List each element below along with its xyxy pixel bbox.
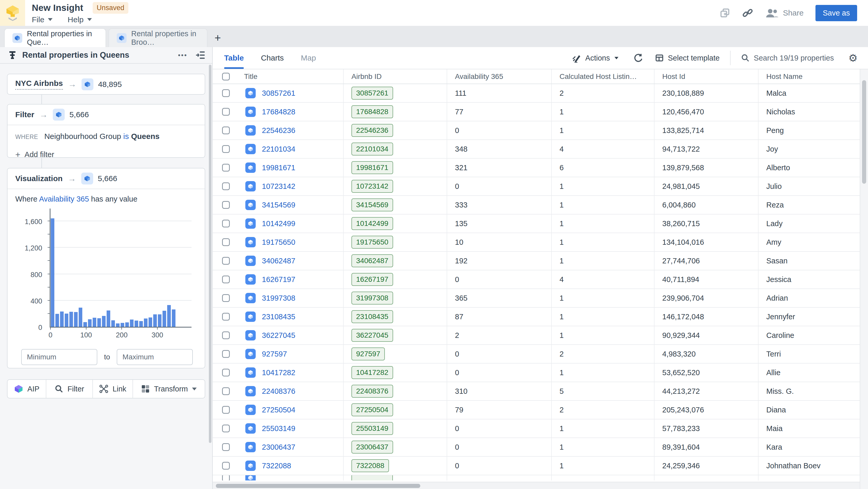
histogram-bar[interactable]: [139, 321, 143, 327]
title-link[interactable]: 34154569: [262, 201, 295, 209]
title-link[interactable]: 31997308: [262, 294, 295, 302]
title-link[interactable]: 25503149: [262, 424, 295, 433]
histogram-bar[interactable]: [88, 319, 92, 327]
row-checkbox[interactable]: [222, 443, 230, 451]
row-checkbox[interactable]: [222, 183, 230, 190]
histogram-bar[interactable]: [162, 311, 166, 327]
table-row[interactable]: 34062487 34062487 192 1 27,744,706 Sasan: [213, 252, 860, 270]
histogram-bar[interactable]: [83, 322, 87, 327]
refresh-button[interactable]: [633, 53, 643, 63]
filter-node-card[interactable]: Filter → 5,666 WHERE Neighbourhood Group…: [7, 104, 205, 158]
histogram-bar[interactable]: [153, 314, 157, 327]
column-header-availability[interactable]: Availability 365: [447, 69, 552, 84]
title-link[interactable]: 10723142: [262, 182, 295, 191]
row-checkbox[interactable]: [222, 350, 230, 358]
collapse-panel-icon[interactable]: [196, 51, 205, 60]
row-checkbox[interactable]: [222, 331, 230, 339]
histogram-bar[interactable]: [167, 305, 171, 327]
table-row[interactable]: 10723142 10723142 0 1 24,981,045 Julio: [213, 177, 860, 196]
title-link[interactable]: 22101034: [262, 145, 295, 154]
title-link[interactable]: 10417282: [262, 368, 295, 377]
table-row[interactable]: 10142499 10142499 135 1 38,260,715 Lady: [213, 215, 860, 233]
tab-map[interactable]: Map: [301, 47, 316, 69]
search-properties-button[interactable]: Search 19/19 properties: [741, 54, 834, 62]
title-link[interactable]: 22546236: [262, 126, 295, 135]
row-checkbox[interactable]: [222, 406, 230, 414]
histogram-plot[interactable]: 0100200300: [50, 208, 191, 328]
file-menu[interactable]: File: [32, 15, 53, 24]
tab-charts[interactable]: Charts: [261, 47, 284, 69]
table-row[interactable]: 7322088 7322088 0 1 24,259,346 Johnathan…: [213, 457, 860, 475]
row-checkbox[interactable]: [222, 201, 230, 209]
table-row[interactable]: 22546236 22546236 0 1 133,825,714 Peng: [213, 121, 860, 140]
table-row[interactable]: 927597 927597 0 2 4,983,320 Terri: [213, 345, 860, 363]
row-checkbox[interactable]: [222, 462, 230, 469]
histogram-bar[interactable]: [134, 321, 138, 327]
row-checkbox[interactable]: [222, 425, 230, 432]
row-checkbox[interactable]: [222, 238, 230, 246]
select-template-button[interactable]: Select template: [655, 54, 720, 62]
histogram-bar[interactable]: [111, 320, 115, 327]
row-checkbox[interactable]: [222, 145, 230, 153]
table-row[interactable]: 31997308 31997308 365 1 239,906,704 Adri…: [213, 289, 860, 307]
row-checkbox[interactable]: [222, 89, 230, 97]
duplicate-icon[interactable]: [720, 8, 730, 18]
histogram-bar[interactable]: [130, 320, 133, 327]
histogram-bar[interactable]: [65, 314, 68, 327]
viz-field-link[interactable]: Availability 365: [39, 195, 89, 203]
row-checkbox[interactable]: [222, 313, 230, 321]
visualization-node-card[interactable]: Visualization → 5,666 Where Availability…: [7, 168, 205, 368]
column-header-title[interactable]: Title: [244, 72, 257, 81]
table-row[interactable]: 17684828 17684828 77 1 120,456,470 Nicho…: [213, 103, 860, 121]
title-link[interactable]: 19175650: [262, 238, 295, 247]
new-tab-button[interactable]: +: [215, 33, 221, 43]
row-checkbox[interactable]: [222, 127, 230, 134]
vertical-scrollbar[interactable]: [860, 69, 868, 489]
title-link[interactable]: 16267197: [262, 275, 295, 284]
row-checkbox[interactable]: [222, 257, 230, 265]
histogram-bar[interactable]: [172, 309, 176, 327]
transform-button[interactable]: Transform: [133, 380, 205, 398]
row-checkbox[interactable]: [222, 220, 230, 227]
histogram-bar[interactable]: [55, 314, 59, 327]
viz-node-name[interactable]: Visualization: [15, 174, 63, 183]
table-row[interactable]: 25503149 25503149 0 1 57,783,233 Maia: [213, 419, 860, 438]
table-row[interactable]: 23006437 23006437 0 1 89,391,604 Kara: [213, 438, 860, 457]
vertical-scrollbar-thumb[interactable]: [862, 80, 866, 184]
filter-node-name[interactable]: Filter: [15, 110, 34, 119]
histogram-bar[interactable]: [69, 312, 73, 327]
histogram-bar[interactable]: [116, 323, 120, 327]
table-row[interactable]: 30857261 30857261 111 2 230,108,889 Malc…: [213, 84, 860, 103]
tab-table[interactable]: Table: [224, 47, 244, 69]
save-as-button[interactable]: Save as: [815, 5, 857, 21]
horizontal-scrollbar-thumb[interactable]: [216, 484, 420, 488]
title-link[interactable]: 927597: [262, 350, 287, 358]
help-menu[interactable]: Help: [67, 15, 92, 24]
histogram-bar[interactable]: [79, 307, 82, 327]
doc-tab-brooklyn[interactable]: Rental properties in Broo…: [109, 29, 207, 47]
histogram-bar[interactable]: [93, 318, 96, 327]
row-checkbox[interactable]: [222, 475, 230, 481]
title-link[interactable]: 23006437: [262, 443, 295, 452]
actions-menu-button[interactable]: Actions: [572, 53, 619, 63]
table-row[interactable]: 22101034 22101034 348 4 94,713,722 Joy: [213, 140, 860, 159]
column-header-host-name[interactable]: Host Name: [758, 69, 860, 84]
link-tool-button[interactable]: Link: [93, 380, 133, 398]
aip-button[interactable]: AIP: [7, 380, 46, 398]
title-link[interactable]: 10142499: [262, 219, 295, 228]
app-logo[interactable]: [0, 0, 25, 26]
histogram-bar[interactable]: [158, 314, 161, 327]
histogram-bar[interactable]: [51, 218, 54, 327]
doc-tab-queens[interactable]: Rental properties in Que…: [4, 29, 106, 47]
histogram-bar[interactable]: [74, 312, 78, 327]
title-link[interactable]: 22408376: [262, 387, 295, 396]
title-link[interactable]: 17684828: [262, 108, 295, 116]
row-checkbox[interactable]: [222, 275, 230, 283]
title-link[interactable]: 7322088: [262, 462, 291, 470]
maximum-input[interactable]: [117, 349, 193, 365]
title-link[interactable]: 27250504: [262, 406, 295, 414]
title-link[interactable]: 34062487: [262, 257, 295, 265]
share-button[interactable]: Share: [765, 8, 804, 18]
table-row[interactable]: 10417282 10417282 0 1 53,652,520 Allie: [213, 363, 860, 382]
title-link[interactable]: 36227045: [262, 331, 295, 340]
